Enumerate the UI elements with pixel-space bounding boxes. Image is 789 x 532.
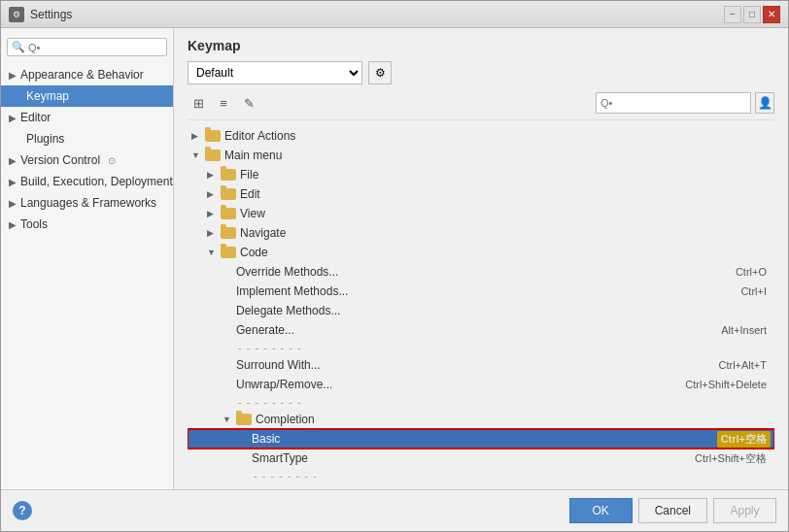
sidebar-nav: ▶Appearance & BehaviorKeymap▶EditorPlugi… [1, 64, 173, 235]
tree-label-basic: Basic [252, 432, 280, 446]
keymap-tree[interactable]: ▶Editor Actions▼Main menu▶File▶Edit▶View… [188, 126, 774, 480]
sidebar-item-appearance[interactable]: ▶Appearance & Behavior [1, 64, 173, 85]
apply-button[interactable]: Apply [713, 498, 776, 523]
folder-icon-view [221, 208, 236, 219]
sidebar-search-icon: 🔍 [12, 41, 25, 53]
shortcut-unwrap-remove: Ctrl+Shift+Delete [685, 379, 771, 390]
tree-label-editor-actions: Editor Actions [224, 129, 295, 143]
panel-title: Keymap [188, 38, 774, 53]
tree-arrow-main-menu: ▼ [191, 150, 205, 160]
collapse-all-button[interactable]: ≡ [213, 92, 234, 114]
folder-icon-file [221, 169, 236, 181]
tree-item-completion[interactable]: ▼Completion [188, 410, 774, 429]
sidebar-item-languages[interactable]: ▶Languages & Frameworks [1, 192, 173, 214]
tree-item-override-methods[interactable]: Override Methods...Ctrl+O [188, 262, 774, 282]
tree-item-generate[interactable]: Generate...Alt+Insert [188, 320, 774, 340]
bottom-bar: ? OK Cancel Apply [1, 489, 788, 531]
keymap-panel: Keymap Default ⚙ ⊞ ≡ ✎ 👤 ▶Editor Actions… [174, 28, 788, 489]
tree-search-input[interactable] [600, 97, 746, 109]
tree-arrow-view: ▶ [207, 209, 221, 218]
tree-toolbar: ⊞ ≡ ✎ 👤 [188, 92, 774, 120]
tree-label-main-menu: Main menu [224, 149, 282, 162]
sidebar-label-build: Build, Execution, Deployment [20, 175, 173, 188]
tree-item-edit[interactable]: ▶Edit [188, 184, 774, 204]
help-button[interactable]: ? [13, 501, 32, 520]
folder-icon-main-menu [205, 150, 221, 161]
sidebar-arrow-tools: ▶ [9, 219, 17, 230]
sidebar-item-version-control[interactable]: ▶Version Control⊙ [1, 150, 173, 171]
sidebar: 🔍 ▶Appearance & BehaviorKeymap▶EditorPlu… [1, 28, 174, 489]
sidebar-label-keymap: Keymap [26, 89, 69, 103]
tree-item-main-menu[interactable]: ▼Main menu [188, 146, 774, 165]
cancel-button[interactable]: Cancel [638, 498, 707, 523]
folder-icon-completion [236, 414, 252, 425]
tree-item-surround-with[interactable]: Surround With...Ctrl+Alt+T [188, 355, 774, 375]
tree-item-file[interactable]: ▶File [188, 165, 774, 184]
tree-label-edit: Edit [240, 187, 260, 201]
tree-arrow-edit: ▶ [207, 189, 221, 199]
shortcut-smarttype: Ctrl+Shift+空格 [695, 451, 771, 466]
user-icon[interactable]: 👤 [755, 92, 774, 114]
keymap-scheme-select[interactable]: Default [188, 61, 362, 84]
tree-item-delegate-methods[interactable]: Delegate Methods... [188, 301, 774, 320]
tree-arrow-navigate: ▶ [207, 228, 221, 238]
tree-item-smarttype[interactable]: SmartTypeCtrl+Shift+空格 [188, 449, 774, 468]
tree-item-basic[interactable]: BasicCtrl+空格 [188, 429, 774, 449]
tree-label-view: View [240, 207, 265, 220]
shortcut-implement-methods: Ctrl+I [740, 285, 771, 297]
tree-label-delegate-methods: Delegate Methods... [236, 304, 340, 317]
sidebar-item-build[interactable]: ▶Build, Execution, Deployment [1, 171, 173, 192]
tree-arrow-code: ▼ [207, 248, 221, 257]
close-button[interactable]: ✕ [763, 6, 780, 23]
tree-label-implement-methods: Implement Methods... [236, 284, 348, 298]
keymap-gear-button[interactable]: ⚙ [368, 61, 392, 84]
shortcut-generate: Alt+Insert [721, 324, 771, 336]
tree-item-code[interactable]: ▼Code [188, 243, 774, 262]
sidebar-item-keymap[interactable]: Keymap [1, 85, 173, 107]
tree-arrow-editor-actions: ▶ [191, 131, 205, 141]
folder-icon-editor-actions [205, 130, 221, 142]
sidebar-item-editor[interactable]: ▶Editor [1, 107, 173, 128]
folder-icon-navigate [221, 227, 236, 239]
tree-label-smarttype: SmartType [252, 451, 308, 465]
tree-item-view[interactable]: ▶View [188, 204, 774, 223]
shortcut-override-methods: Ctrl+O [736, 266, 771, 278]
sidebar-item-tools[interactable]: ▶Tools [1, 214, 173, 235]
sidebar-arrow-editor: ▶ [9, 113, 17, 123]
expand-all-button[interactable]: ⊞ [188, 92, 209, 114]
tree-label-override-methods: Override Methods... [236, 265, 338, 279]
edit-shortcut-button[interactable]: ✎ [238, 92, 259, 114]
sidebar-item-plugins[interactable]: Plugins [1, 128, 173, 150]
sidebar-arrow-appearance: ▶ [9, 70, 17, 81]
separator-sep2: - - - - - - - - [188, 394, 774, 410]
tree-label-code: Code [240, 246, 268, 259]
minimize-button[interactable]: − [724, 6, 741, 23]
tree-label-surround-with: Surround With... [236, 358, 321, 372]
maximize-button[interactable]: □ [743, 6, 761, 23]
tree-item-editor-actions[interactable]: ▶Editor Actions [188, 126, 774, 146]
sidebar-arrow-build: ▶ [9, 177, 17, 187]
tree-item-navigate[interactable]: ▶Navigate [188, 223, 774, 243]
folder-icon-code [221, 247, 236, 258]
ok-button[interactable]: OK [569, 498, 633, 523]
separator-sep1: - - - - - - - - [188, 340, 774, 355]
tree-item-implement-methods[interactable]: Implement Methods...Ctrl+I [188, 282, 774, 301]
tree-label-file: File [240, 168, 258, 182]
sidebar-search-box[interactable]: 🔍 [7, 38, 167, 56]
sidebar-label-languages: Languages & Frameworks [20, 196, 156, 210]
tree-search-filter[interactable] [596, 92, 751, 114]
title-bar: ⚙ Settings − □ ✕ [1, 1, 788, 28]
keymap-toolbar: Default ⚙ [188, 61, 774, 84]
window-controls: − □ ✕ [724, 6, 780, 23]
tree-item-unwrap-remove[interactable]: Unwrap/Remove...Ctrl+Shift+Delete [188, 375, 774, 394]
sidebar-search-input[interactable] [28, 42, 162, 53]
sidebar-label-editor: Editor [20, 111, 51, 124]
main-content: 🔍 ▶Appearance & BehaviorKeymap▶EditorPlu… [1, 28, 788, 489]
shortcut-surround-with: Ctrl+Alt+T [718, 359, 771, 371]
separator-sep3: - - - - - - - - [188, 468, 774, 480]
shortcut-basic: Ctrl+空格 [717, 431, 771, 448]
sidebar-arrow-languages: ▶ [9, 198, 17, 209]
window-icon: ⚙ [9, 7, 24, 22]
sidebar-label-tools: Tools [20, 217, 48, 231]
tree-label-navigate: Navigate [240, 226, 286, 240]
